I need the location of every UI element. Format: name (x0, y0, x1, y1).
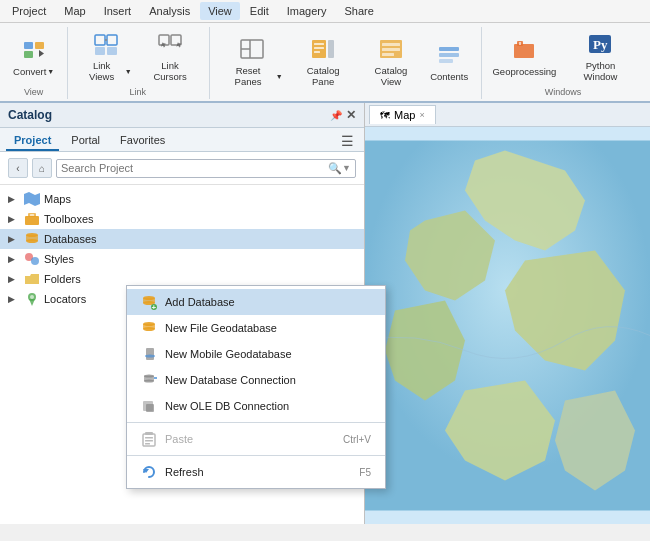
ctx-new-db-connection[interactable]: New Database Connection (127, 367, 385, 393)
menu-insert[interactable]: Insert (96, 2, 140, 20)
contents-button[interactable]: Contents (425, 34, 472, 88)
reset-panes-arrow[interactable]: ▼ (276, 73, 283, 80)
tree-item-databases[interactable]: ▶ Databases (0, 229, 364, 249)
menu-view[interactable]: View (200, 2, 240, 20)
toolboxes-icon (24, 211, 40, 227)
tree-item-styles[interactable]: ▶ Styles (0, 249, 364, 269)
tab-portal[interactable]: Portal (63, 131, 108, 151)
tree-item-maps[interactable]: ▶ Maps (0, 189, 364, 209)
link-views-icon (92, 30, 120, 58)
map-tab-label: Map (394, 109, 415, 121)
tree-item-toolboxes[interactable]: ▶ Toolboxes (0, 209, 364, 229)
svg-point-44 (30, 295, 34, 299)
new-file-gdb-icon (141, 320, 157, 336)
catalog-title: Catalog (8, 108, 52, 122)
map-tab[interactable]: 🗺 Map × (369, 105, 436, 124)
reset-panes-button[interactable]: Reset Panes ▼ (216, 32, 287, 90)
contents-label: Contents (430, 71, 468, 82)
menu-map[interactable]: Map (56, 2, 93, 20)
paste-icon (141, 431, 157, 447)
ctx-new-ole-db-label: New OLE DB Connection (165, 400, 289, 412)
catalog-close-icon[interactable]: ✕ (346, 108, 356, 122)
catalog-view-button[interactable]: Catalog View (358, 32, 423, 90)
menu-project[interactable]: Project (4, 2, 54, 20)
ctx-separator-2 (127, 455, 385, 456)
svg-rect-60 (146, 404, 154, 412)
main-area: Catalog 📌 ✕ Project Portal Favorites ☰ ‹… (0, 103, 650, 524)
tree-arrow-toolboxes: ▶ (8, 214, 20, 224)
ctx-paste-label: Paste (165, 433, 193, 445)
svg-rect-20 (328, 40, 334, 58)
tree-label-databases: Databases (44, 233, 97, 245)
reset-panes-icon (238, 35, 266, 63)
link-views-button[interactable]: Link Views ▼ (74, 27, 136, 85)
link-cursors-button[interactable]: Link Cursors (139, 27, 202, 85)
catalog-menu-icon[interactable]: ☰ (337, 131, 358, 151)
tree-arrow-locators: ▶ (8, 294, 20, 304)
tree-label-locators: Locators (44, 293, 86, 305)
geoprocessing-button[interactable]: Geoprocessing (488, 29, 561, 83)
tree-label-toolboxes: Toolboxes (44, 213, 94, 225)
styles-icon (24, 251, 40, 267)
ctx-refresh[interactable]: Refresh F5 (127, 459, 385, 485)
python-window-button[interactable]: Py Python Window (563, 27, 638, 85)
link-group-buttons: Link Views ▼ Link Cursors (74, 27, 201, 85)
tab-favorites[interactable]: Favorites (112, 131, 173, 151)
search-dropdown-icon[interactable]: ▼ (342, 163, 351, 173)
svg-point-41 (31, 257, 39, 265)
svg-rect-4 (95, 35, 105, 45)
catalog-tabs: Project Portal Favorites ☰ (0, 128, 364, 152)
ctx-refresh-shortcut: F5 (359, 467, 371, 478)
search-input[interactable] (61, 162, 328, 174)
tab-project[interactable]: Project (6, 131, 59, 151)
python-window-label: Python Window (568, 60, 633, 82)
convert-label: Convert (13, 66, 46, 77)
ribbon-group-windows: Geoprocessing Py Python Window Windows (484, 27, 646, 99)
convert-button[interactable]: Convert ▼ (8, 29, 60, 83)
search-icon[interactable]: 🔍 (328, 162, 342, 175)
ctx-new-mobile-gdb[interactable]: New Mobile Geodatabase (127, 341, 385, 367)
catalog-pane-button[interactable]: Catalog Pane (290, 32, 357, 90)
menu-analysis[interactable]: Analysis (141, 2, 198, 20)
ribbon-group-link: Link Views ▼ Link Cursors (70, 27, 210, 99)
svg-marker-43 (29, 299, 35, 306)
ctx-paste-shortcut: Ctrl+V (343, 434, 371, 445)
svg-rect-5 (107, 35, 117, 45)
catalog-header: Catalog 📌 ✕ (0, 103, 364, 128)
svg-text:Py: Py (593, 37, 608, 52)
menu-share[interactable]: Share (337, 2, 382, 20)
ctx-refresh-label: Refresh (165, 466, 204, 478)
nav-back-button[interactable]: ‹ (8, 158, 28, 178)
svg-rect-25 (439, 47, 459, 51)
folders-icon (24, 271, 40, 287)
map-canvas[interactable] (365, 127, 650, 524)
svg-rect-28 (514, 44, 534, 58)
link-views-label: Link Views (79, 60, 123, 82)
python-icon: Py (586, 30, 614, 58)
svg-rect-18 (314, 47, 324, 49)
catalog-header-controls: 📌 ✕ (330, 108, 356, 122)
new-db-connection-icon (141, 372, 157, 388)
ribbon: Convert ▼ View (0, 23, 650, 103)
svg-marker-33 (24, 192, 40, 206)
ctx-add-database[interactable]: + Add Database (127, 289, 385, 315)
link-views-arrow[interactable]: ▼ (125, 68, 132, 75)
ctx-new-file-gdb[interactable]: New File Geodatabase (127, 315, 385, 341)
svg-rect-23 (382, 48, 400, 51)
ctx-new-mobile-gdb-label: New Mobile Geodatabase (165, 348, 292, 360)
convert-dropdown-arrow[interactable]: ▼ (47, 68, 54, 75)
svg-rect-24 (382, 53, 394, 56)
ctx-new-ole-db[interactable]: New OLE DB Connection (127, 393, 385, 419)
tree-label-styles: Styles (44, 253, 74, 265)
menu-imagery[interactable]: Imagery (279, 2, 335, 20)
svg-rect-36 (30, 214, 34, 216)
link-cursors-icon (156, 30, 184, 58)
tree-arrow-styles: ▶ (8, 254, 20, 264)
panes-group-buttons: Reset Panes ▼ Catalog Pane (216, 27, 473, 95)
menu-edit[interactable]: Edit (242, 2, 277, 20)
map-tab-close-button[interactable]: × (419, 110, 424, 120)
nav-home-button[interactable]: ⌂ (32, 158, 52, 178)
catalog-pin-icon[interactable]: 📌 (330, 110, 342, 121)
tree-label-folders: Folders (44, 273, 81, 285)
ctx-paste: Paste Ctrl+V (127, 426, 385, 452)
